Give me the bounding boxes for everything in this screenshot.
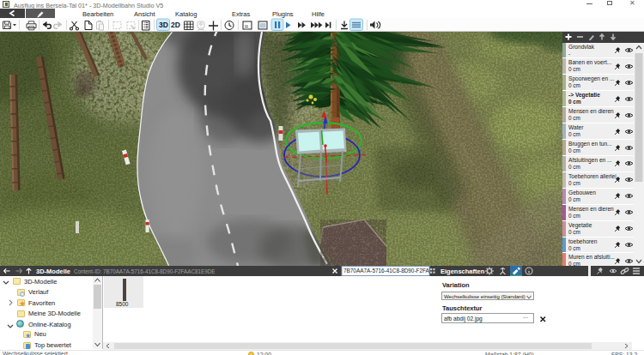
svg-text:3D: 3D bbox=[159, 21, 168, 29]
svg-text:Content-ID: 7B70AA7A-5716-41C8: Content-ID: 7B70AA7A-5716-41C8-8D90-F2FA… bbox=[74, 268, 216, 274]
svg-text:7B70AA7A-5716-41C8-8D90-F2FA: 7B70AA7A-5716-41C8-8D90-F2FA bbox=[343, 268, 430, 274]
svg-text:2D: 2D bbox=[171, 21, 180, 29]
svg-text:3D-Modelle: 3D-Modelle bbox=[36, 268, 70, 275]
svg-text:Eigenschaften: Eigenschaften bbox=[440, 268, 485, 275]
